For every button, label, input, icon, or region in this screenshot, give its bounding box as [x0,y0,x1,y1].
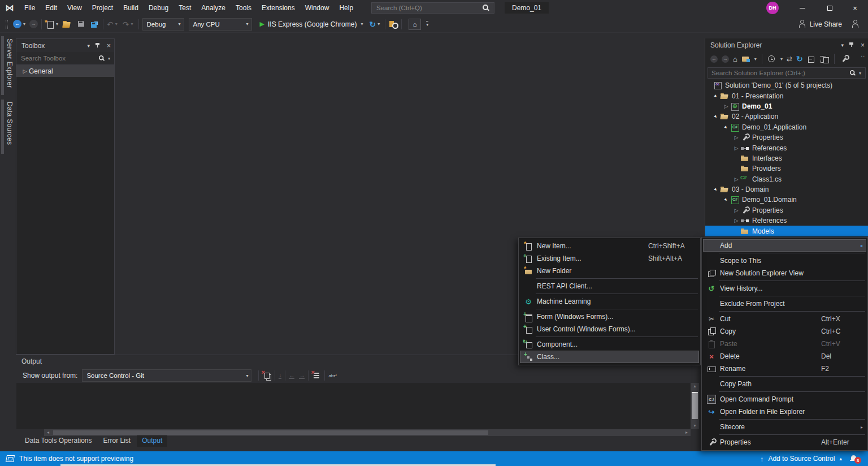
menu-tools[interactable]: Tools [231,0,257,16]
tab-error-list[interactable]: Error List [98,435,136,447]
feedback-icon[interactable] [851,20,860,29]
toolbar-grip[interactable] [6,20,8,29]
menu-item-existing-item[interactable]: Existing Item...Shift+Alt+A [519,252,700,265]
redo-caret-icon[interactable]: ▾ [131,21,133,27]
tree-item-properties[interactable]: ▷Properties [705,205,868,215]
properties-icon[interactable] [840,54,849,63]
output-content[interactable] [16,383,691,429]
tree-item-references[interactable]: ▷References [705,143,868,153]
forward-icon[interactable]: → [722,55,729,63]
tree-item-demo-01-application[interactable]: ▸Demo_01.Application [705,122,868,132]
collapse-all-icon[interactable] [807,54,816,63]
pending-changes-filter-icon[interactable] [767,54,776,63]
menu-debug[interactable]: Debug [144,0,173,16]
back-icon[interactable]: ← [710,55,718,63]
previous-message-icon[interactable]: ← [289,372,294,379]
menu-item-new-folder[interactable]: New Folder [519,265,700,277]
new-file-caret-icon[interactable]: ▾ [56,21,58,27]
show-output-from-select[interactable]: Source Control - Git ▾ [82,369,251,382]
menu-item-open-folder-in-file-explorer[interactable]: ↪Open Folder in File Explorer [702,405,867,418]
output-panel-title[interactable]: Output [21,357,42,365]
menu-item-open-command-prompt[interactable]: C:\Open Command Prompt [702,393,867,405]
menu-item-sitecore[interactable]: Sitecore▸ [702,421,867,433]
toolbox-group-general[interactable]: ▷ General [16,65,114,77]
menu-item-paste[interactable]: PasteCtrl+V [702,338,867,350]
menu-item-copy[interactable]: CopyCtrl+C [702,325,867,338]
tree-item-demo-01-domain[interactable]: ▸Demo_01.Domain [705,195,868,205]
toolbox-title-bar[interactable]: Toolbox ▾ × [16,39,114,52]
chevron-up-icon[interactable]: ▴ [839,456,842,461]
tree-expanded-icon[interactable]: ▸ [711,91,721,101]
pin-icon[interactable] [94,41,103,50]
undo-caret-icon[interactable]: ▾ [115,21,118,27]
tree-expanded-icon[interactable]: ▸ [711,185,721,195]
refresh-icon[interactable]: ↻ [796,54,803,63]
menu-view[interactable]: View [62,0,87,16]
menu-item-cut[interactable]: ✂CutCtrl+X [702,313,867,325]
menu-extensions[interactable]: Extensions [257,0,300,16]
save-button[interactable] [77,20,86,29]
quick-search-box[interactable]: Search (Ctrl+Q) [371,2,494,14]
tree-item-interfaces[interactable]: Interfaces [705,153,868,163]
tree-item-properties[interactable]: ▷Properties [705,132,868,143]
find-message-in-code-icon[interactable] [262,371,271,380]
solution-explorer-title-bar[interactable]: Solution Explorer ▾ × [705,38,868,51]
clear-all-icon[interactable] [312,371,321,380]
run-target-label[interactable]: IIS Express (Google Chrome) [268,20,357,28]
live-share-button[interactable]: Live Share [798,20,842,29]
search-options-caret-icon[interactable]: ▾ [859,71,861,76]
toolbox-search-box[interactable]: Search Toolbox ▾ [16,52,114,65]
import-messages-icon[interactable]: ↓ [279,372,281,379]
menu-item-rename[interactable]: RenameF2 [702,363,867,375]
menu-item-scope-to-this[interactable]: Scope to This [702,254,867,267]
refresh-caret-icon[interactable]: ▾ [377,21,380,27]
menu-item-form-windows-forms[interactable]: Form (Windows Forms)... [519,310,700,323]
menu-analyze[interactable]: Analyze [196,0,231,16]
pin-icon[interactable] [848,41,857,50]
avatar[interactable]: DH [766,2,779,14]
filter-caret-icon[interactable]: ▾ [780,57,783,62]
close-window-button[interactable]: × [842,0,868,16]
toolbar-overflow-button[interactable]: ▾ [426,21,428,27]
tab-output[interactable]: Output [137,435,167,447]
find-in-files-button[interactable] [389,20,398,29]
menu-file[interactable]: File [19,0,40,16]
sync-with-active-document-icon[interactable]: ⇄ [787,55,792,63]
menu-window[interactable]: Window [300,0,335,16]
menu-item-copy-path[interactable]: Copy Path [702,378,867,390]
scroll-down-icon[interactable]: ▾ [691,422,699,429]
sidebar-tab-data-sources[interactable]: Data Sources [0,100,16,154]
refresh-button[interactable]: ↻ [369,20,376,29]
home-icon[interactable]: ⌂ [733,55,737,63]
tree-item-providers[interactable]: Providers [705,163,868,174]
menu-item-delete[interactable]: ×DeleteDel [702,350,867,363]
solution-configuration-select[interactable]: Debug ▾ [142,18,184,31]
run-target-caret-icon[interactable]: ▾ [361,21,363,27]
tree-item-references[interactable]: ▷References [705,215,868,226]
tree-collapsed-icon[interactable]: ▷ [722,103,730,109]
toolbar-overflow-icon[interactable]: .. [861,51,865,58]
menu-item-rest-api-client[interactable]: REST API Client... [519,280,700,292]
tree-collapsed-icon[interactable]: ▷ [732,135,740,140]
tree-expanded-icon[interactable]: ▸ [711,112,721,122]
browser-link-button[interactable]: ⌂ [409,19,421,30]
menu-item-class[interactable]: Class... [520,351,699,363]
open-file-button[interactable] [62,20,71,29]
menu-test[interactable]: Test [173,0,196,16]
menu-item-new-solution-explorer-view[interactable]: New Solution Explorer View [702,267,867,279]
menu-item-add[interactable]: Add▸ [703,239,866,252]
tree-item-02-application[interactable]: ▸02 - Application [705,111,868,122]
tree-item-models[interactable]: Models [705,226,868,236]
menu-item-view-history[interactable]: ↺View History... [702,282,867,295]
menu-item-component[interactable]: Component... [519,338,700,351]
next-message-icon[interactable]: → [299,372,305,379]
search-options-caret-icon[interactable]: ▾ [108,56,110,61]
tree-collapsed-icon[interactable]: ▷ [732,145,740,151]
menu-item-properties[interactable]: PropertiesAlt+Enter [702,436,867,448]
navigate-back-button[interactable]: ← [13,20,21,28]
undo-button[interactable]: ↶ [107,20,114,29]
menu-item-machine-learning[interactable]: ⚙Machine Learning [519,295,700,308]
tree-item-01-presentation[interactable]: ▸01 - Presentation [705,90,868,101]
switch-views-icon[interactable] [741,54,750,63]
save-all-button[interactable] [90,20,99,29]
